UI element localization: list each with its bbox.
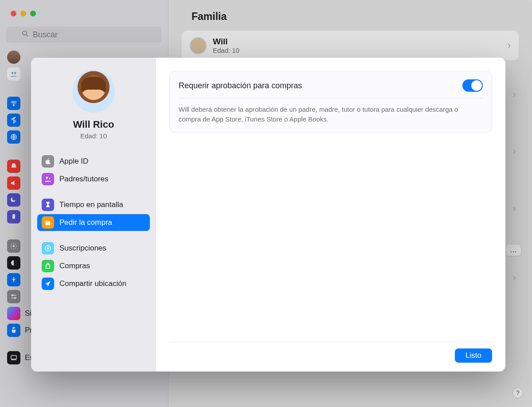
menu-label: Padres/tutores — [59, 175, 109, 184]
profile-age: Edad: 10 — [80, 132, 107, 140]
menu-label: Pedir la compra — [59, 218, 112, 227]
sheet-content: Requerir aprobación para compras Will de… — [156, 58, 505, 372]
panel-title: Requerir aprobación para compras — [179, 81, 302, 90]
approval-toggle[interactable] — [462, 79, 483, 92]
approval-toggle-row: Requerir aprobación para compras — [179, 79, 483, 98]
sheet-footer: Listo — [169, 342, 492, 363]
toggle-knob — [471, 80, 482, 91]
svg-point-18 — [46, 177, 48, 179]
sheet-sidebar: Will Rico Edad: 10 Apple ID Padres/tutor… — [31, 58, 156, 372]
approval-panel: Requerir aprobación para compras Will de… — [169, 71, 492, 133]
checkmark-bag-icon — [42, 216, 54, 229]
hourglass-icon — [42, 199, 54, 211]
menu-parents[interactable]: Padres/tutores — [37, 171, 150, 188]
menu-label: Apple ID — [59, 157, 88, 166]
menu-label: Suscripciones — [59, 244, 106, 253]
menu-purchases[interactable]: Compras — [37, 258, 150, 274]
menu-subscriptions[interactable]: Suscripciones — [37, 240, 150, 257]
profile-name: Will Rico — [73, 119, 114, 130]
sheet-profile: Will Rico Edad: 10 — [37, 70, 150, 140]
done-button[interactable]: Listo — [455, 348, 492, 363]
plus-circle-icon — [42, 242, 54, 254]
menu-label: Compartir ubicación — [59, 279, 126, 288]
menu-label: Compras — [59, 262, 90, 270]
menu-apple-id[interactable]: Apple ID — [37, 153, 150, 170]
svg-point-19 — [49, 178, 50, 179]
location-arrow-icon — [42, 278, 54, 290]
menu-ask-to-buy[interactable]: Pedir la compra — [37, 214, 150, 231]
menu-label: Tiempo en pantalla — [59, 200, 123, 209]
apple-logo-icon — [42, 155, 54, 168]
family-member-sheet: Will Rico Edad: 10 Apple ID Padres/tutor… — [31, 58, 505, 372]
sheet-menu: Apple ID Padres/tutores Tiempo en pantal… — [37, 153, 150, 292]
menu-screentime[interactable]: Tiempo en pantalla — [37, 196, 150, 213]
people-icon — [42, 173, 54, 185]
panel-description: Will deberá obtener la aprobación de un … — [179, 98, 471, 124]
menu-share-location[interactable]: Compartir ubicación — [37, 275, 150, 292]
bag-icon — [42, 260, 54, 272]
memoji-avatar — [72, 70, 115, 113]
